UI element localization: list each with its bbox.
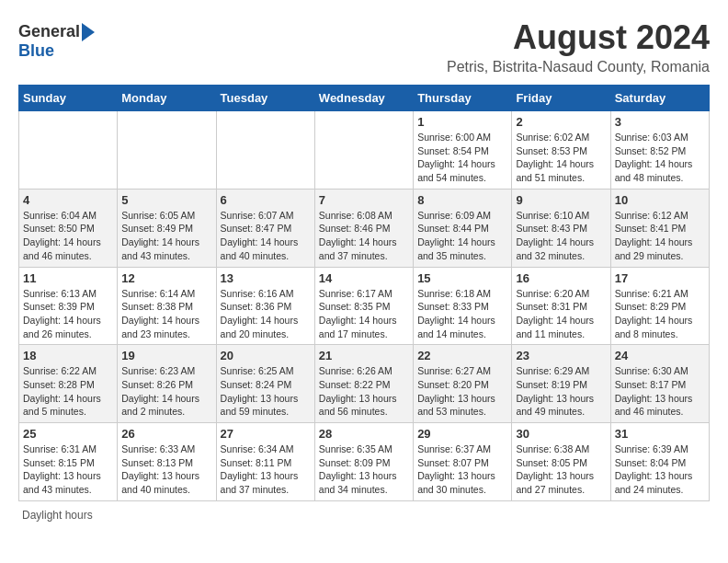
day-number: 4 (23, 193, 113, 207)
calendar-cell: 12Sunrise: 6:14 AM Sunset: 8:38 PM Dayli… (118, 267, 216, 345)
day-info: Sunrise: 6:37 AM Sunset: 8:07 PM Dayligh… (417, 442, 507, 497)
day-info: Sunrise: 6:26 AM Sunset: 8:22 PM Dayligh… (319, 364, 409, 419)
calendar-cell: 26Sunrise: 6:33 AM Sunset: 8:13 PM Dayli… (118, 423, 216, 501)
calendar-cell: 1Sunrise: 6:00 AM Sunset: 8:54 PM Daylig… (414, 111, 512, 190)
day-number: 9 (516, 193, 606, 207)
logo-general: General (18, 22, 80, 41)
calendar-cell: 10Sunrise: 6:12 AM Sunset: 8:41 PM Dayli… (610, 189, 709, 267)
calendar-cell: 22Sunrise: 6:27 AM Sunset: 8:20 PM Dayli… (414, 345, 512, 423)
main-title: August 2024 (447, 18, 710, 57)
calendar-cell: 27Sunrise: 6:34 AM Sunset: 8:11 PM Dayli… (216, 423, 314, 501)
day-info: Sunrise: 6:30 AM Sunset: 8:17 PM Dayligh… (615, 364, 705, 419)
calendar-cell: 4Sunrise: 6:04 AM Sunset: 8:50 PM Daylig… (19, 189, 118, 267)
calendar-cell: 3Sunrise: 6:03 AM Sunset: 8:52 PM Daylig… (610, 111, 709, 190)
day-number: 3 (615, 115, 705, 129)
day-number: 28 (319, 427, 409, 441)
day-info: Sunrise: 6:00 AM Sunset: 8:54 PM Dayligh… (417, 131, 507, 185)
day-number: 23 (516, 349, 606, 362)
calendar-cell: 14Sunrise: 6:17 AM Sunset: 8:35 PM Dayli… (314, 267, 413, 345)
day-header-wednesday: Wednesday (314, 86, 413, 111)
day-number: 8 (417, 193, 507, 207)
calendar-cell: 17Sunrise: 6:21 AM Sunset: 8:29 PM Dayli… (610, 267, 709, 345)
header: General Blue August 2024 Petris, Bistrit… (18, 18, 710, 75)
calendar-cell: 9Sunrise: 6:10 AM Sunset: 8:43 PM Daylig… (512, 189, 610, 267)
logo: General Blue (18, 22, 95, 61)
day-info: Sunrise: 6:09 AM Sunset: 8:44 PM Dayligh… (417, 209, 507, 263)
calendar-cell: 30Sunrise: 6:38 AM Sunset: 8:05 PM Dayli… (512, 423, 610, 501)
day-number: 17 (615, 271, 705, 285)
calendar-cell: 6Sunrise: 6:07 AM Sunset: 8:47 PM Daylig… (216, 189, 314, 267)
title-block: August 2024 Petris, Bistrita-Nasaud Coun… (447, 18, 710, 75)
day-number: 13 (221, 271, 311, 285)
day-info: Sunrise: 6:38 AM Sunset: 8:05 PM Dayligh… (516, 442, 606, 497)
calendar-cell: 21Sunrise: 6:26 AM Sunset: 8:22 PM Dayli… (314, 345, 413, 423)
calendar-cell (216, 111, 314, 190)
day-number: 24 (615, 349, 705, 362)
day-info: Sunrise: 6:20 AM Sunset: 8:31 PM Dayligh… (516, 287, 606, 341)
day-number: 30 (516, 427, 606, 441)
day-info: Sunrise: 6:03 AM Sunset: 8:52 PM Dayligh… (615, 131, 705, 185)
subtitle: Petris, Bistrita-Nasaud County, Romania (447, 59, 710, 75)
day-info: Sunrise: 6:23 AM Sunset: 8:26 PM Dayligh… (121, 364, 211, 419)
calendar-cell: 24Sunrise: 6:30 AM Sunset: 8:17 PM Dayli… (610, 345, 709, 423)
day-number: 16 (516, 271, 606, 285)
day-number: 26 (121, 427, 211, 441)
calendar-cell (314, 111, 413, 190)
day-info: Sunrise: 6:04 AM Sunset: 8:50 PM Dayligh… (23, 209, 113, 263)
day-number: 31 (615, 427, 705, 441)
day-info: Sunrise: 6:39 AM Sunset: 8:04 PM Dayligh… (615, 442, 705, 497)
day-info: Sunrise: 6:25 AM Sunset: 8:24 PM Dayligh… (221, 364, 311, 419)
day-info: Sunrise: 6:18 AM Sunset: 8:33 PM Dayligh… (417, 287, 507, 341)
calendar-cell: 13Sunrise: 6:16 AM Sunset: 8:36 PM Dayli… (216, 267, 314, 345)
day-number: 18 (23, 349, 113, 362)
calendar-cell: 19Sunrise: 6:23 AM Sunset: 8:26 PM Dayli… (118, 345, 216, 423)
day-header-saturday: Saturday (610, 86, 709, 111)
day-number: 6 (221, 193, 311, 207)
calendar-cell (118, 111, 216, 190)
day-info: Sunrise: 6:08 AM Sunset: 8:46 PM Dayligh… (319, 209, 409, 263)
day-info: Sunrise: 6:35 AM Sunset: 8:09 PM Dayligh… (319, 442, 409, 497)
day-number: 7 (319, 193, 409, 207)
day-number: 11 (23, 271, 113, 285)
day-header-monday: Monday (118, 86, 216, 111)
day-number: 1 (417, 115, 507, 129)
day-number: 2 (516, 115, 606, 129)
logo-arrow-icon (82, 23, 95, 41)
day-info: Sunrise: 6:34 AM Sunset: 8:11 PM Dayligh… (221, 442, 311, 497)
day-info: Sunrise: 6:13 AM Sunset: 8:39 PM Dayligh… (23, 287, 113, 341)
calendar-cell: 15Sunrise: 6:18 AM Sunset: 8:33 PM Dayli… (414, 267, 512, 345)
calendar-cell: 7Sunrise: 6:08 AM Sunset: 8:46 PM Daylig… (314, 189, 413, 267)
day-number: 5 (121, 193, 211, 207)
footer-daylight: Daylight hours (18, 509, 710, 522)
calendar-cell: 29Sunrise: 6:37 AM Sunset: 8:07 PM Dayli… (414, 423, 512, 501)
calendar: SundayMondayTuesdayWednesdayThursdayFrid… (18, 85, 710, 501)
day-info: Sunrise: 6:29 AM Sunset: 8:19 PM Dayligh… (516, 364, 606, 419)
day-number: 10 (615, 193, 705, 207)
calendar-cell (19, 111, 118, 190)
day-number: 29 (417, 427, 507, 441)
day-info: Sunrise: 6:14 AM Sunset: 8:38 PM Dayligh… (121, 287, 211, 341)
day-info: Sunrise: 6:02 AM Sunset: 8:53 PM Dayligh… (516, 131, 606, 185)
calendar-cell: 28Sunrise: 6:35 AM Sunset: 8:09 PM Dayli… (314, 423, 413, 501)
day-info: Sunrise: 6:10 AM Sunset: 8:43 PM Dayligh… (516, 209, 606, 263)
calendar-cell: 11Sunrise: 6:13 AM Sunset: 8:39 PM Dayli… (19, 267, 118, 345)
day-info: Sunrise: 6:07 AM Sunset: 8:47 PM Dayligh… (221, 209, 311, 263)
day-number: 21 (319, 349, 409, 362)
calendar-cell: 31Sunrise: 6:39 AM Sunset: 8:04 PM Dayli… (610, 423, 709, 501)
day-number: 14 (319, 271, 409, 285)
calendar-cell: 2Sunrise: 6:02 AM Sunset: 8:53 PM Daylig… (512, 111, 610, 190)
day-header-friday: Friday (512, 86, 610, 111)
day-info: Sunrise: 6:22 AM Sunset: 8:28 PM Dayligh… (23, 364, 113, 419)
day-info: Sunrise: 6:05 AM Sunset: 8:49 PM Dayligh… (121, 209, 211, 263)
day-number: 25 (23, 427, 113, 441)
day-info: Sunrise: 6:17 AM Sunset: 8:35 PM Dayligh… (319, 287, 409, 341)
day-header-tuesday: Tuesday (216, 86, 314, 111)
day-header-thursday: Thursday (414, 86, 512, 111)
calendar-cell: 23Sunrise: 6:29 AM Sunset: 8:19 PM Dayli… (512, 345, 610, 423)
calendar-cell: 25Sunrise: 6:31 AM Sunset: 8:15 PM Dayli… (19, 423, 118, 501)
day-info: Sunrise: 6:12 AM Sunset: 8:41 PM Dayligh… (615, 209, 705, 263)
calendar-cell: 5Sunrise: 6:05 AM Sunset: 8:49 PM Daylig… (118, 189, 216, 267)
day-info: Sunrise: 6:21 AM Sunset: 8:29 PM Dayligh… (615, 287, 705, 341)
logo-blue: Blue (18, 41, 54, 61)
calendar-cell: 16Sunrise: 6:20 AM Sunset: 8:31 PM Dayli… (512, 267, 610, 345)
